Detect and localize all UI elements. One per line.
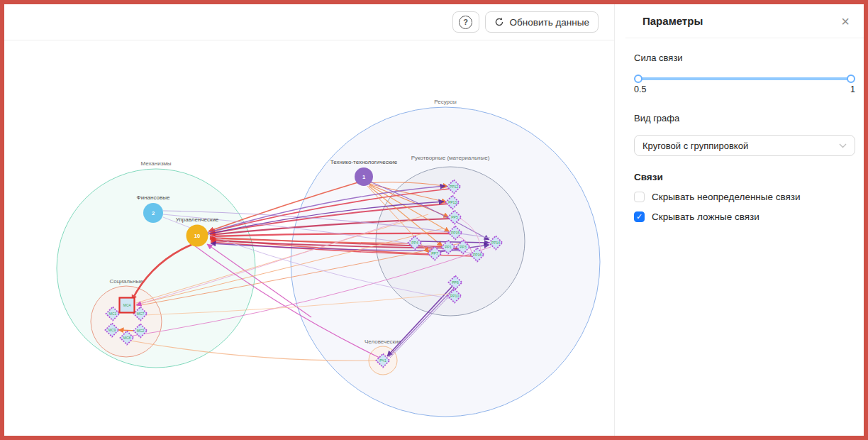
slider-labels: 0.5 1 [634, 84, 855, 94]
checkbox-label: Скрывать ложные связи [652, 211, 760, 222]
refresh-data-button[interactable]: Обновить данные [485, 11, 599, 33]
graph-canvas[interactable]: МеханизмыРесурсыРукотворные (материальны… [4, 4, 615, 436]
graph-node-label: РР13 [448, 200, 457, 204]
graph-node-label: РР3 [460, 245, 467, 249]
slider-handle-min[interactable] [634, 75, 642, 83]
question-icon: ? [459, 16, 472, 29]
strength-label: Сила связи [634, 53, 855, 63]
checkbox-hide-undefined-links[interactable]: Скрывать неопределенные связи [634, 192, 855, 202]
graph-group-label: Человеческие [365, 339, 402, 345]
graph-node-label: Управленческие [176, 216, 219, 223]
graph-node-label: МС1 [109, 312, 117, 316]
graph-node-label: МС9 [108, 328, 116, 332]
graph-node-label: МС4 [123, 303, 131, 307]
graph-node-label: РР6 [452, 280, 459, 285]
graph-group-label: Механизмы [140, 160, 171, 167]
graph-group-label: Социальные [109, 278, 143, 285]
slider-max-label: 1 [850, 84, 855, 94]
graph-node-count: 10 [194, 233, 200, 239]
graph-node-label: РР14 [491, 241, 500, 245]
graph-group-label: Рукотворные (материальные) [411, 155, 490, 161]
graph-node-label: МС2 [137, 329, 145, 333]
graph-node-count: 1 [362, 174, 365, 180]
graph-node-label: РР15 [451, 231, 460, 235]
parameters-panel: Параметры × Сила связи 0.5 1 Вид графа К… [625, 4, 864, 436]
strength-slider[interactable] [635, 75, 854, 83]
graph-node-label: РР4 [411, 241, 418, 245]
graph-svg[interactable]: МеханизмыРесурсыРукотворные (материальны… [4, 4, 614, 436]
panel-title: Параметры [642, 15, 703, 27]
checkbox-icon[interactable] [634, 192, 645, 202]
links-section-label: Связи [634, 172, 855, 182]
graph-node-label: РР10 [450, 294, 459, 298]
refresh-icon [494, 17, 504, 27]
graph-group-Социальные [91, 286, 162, 357]
graph-node-label: Технико-технологические [330, 159, 398, 165]
graph-node-label: РЧ1 [379, 358, 386, 363]
graph-view-select[interactable]: Круговой с группировкой [634, 135, 855, 156]
graph-node-label: МС7 [137, 312, 145, 316]
graph-node-label: РР5 [451, 215, 458, 219]
graph-node-label: Финансовые [137, 194, 170, 201]
graph-node-count: 2 [152, 210, 155, 216]
checkbox-hide-false-links[interactable]: ✓ Скрывать ложные связи [634, 211, 855, 222]
refresh-button-label: Обновить данные [510, 17, 589, 28]
slider-min-label: 0.5 [634, 84, 646, 94]
graph-view-label: Вид графа [634, 113, 855, 123]
chevron-down-icon [839, 143, 847, 148]
slider-track[interactable] [635, 77, 854, 80]
panel-header: Параметры × [625, 4, 864, 38]
graph-node-label: РР16 [473, 253, 482, 257]
graph-group-label: Ресурсы [434, 99, 457, 105]
graph-node-label: РР1 [445, 245, 452, 249]
panel-body: Сила связи 0.5 1 Вид графа Круговой с гр… [625, 38, 864, 222]
canvas-gap [615, 4, 626, 436]
slider-handle-max[interactable] [847, 75, 855, 83]
graph-node-label: РР7 [431, 251, 438, 255]
graph-node-label: МС8 [123, 336, 131, 340]
canvas-toolbar: ? Обновить данные [452, 11, 599, 33]
graph-node-label: РР12 [450, 185, 458, 189]
toolbar-divider [4, 40, 614, 40]
checkbox-label: Скрывать неопределенные связи [652, 192, 801, 202]
app-window: МеханизмыРесурсыРукотворные (материальны… [0, 0, 868, 440]
help-button[interactable]: ? [452, 11, 479, 33]
checkbox-icon[interactable]: ✓ [634, 211, 645, 222]
close-icon[interactable]: × [841, 14, 850, 28]
graph-view-value: Круговой с группировкой [642, 141, 748, 151]
